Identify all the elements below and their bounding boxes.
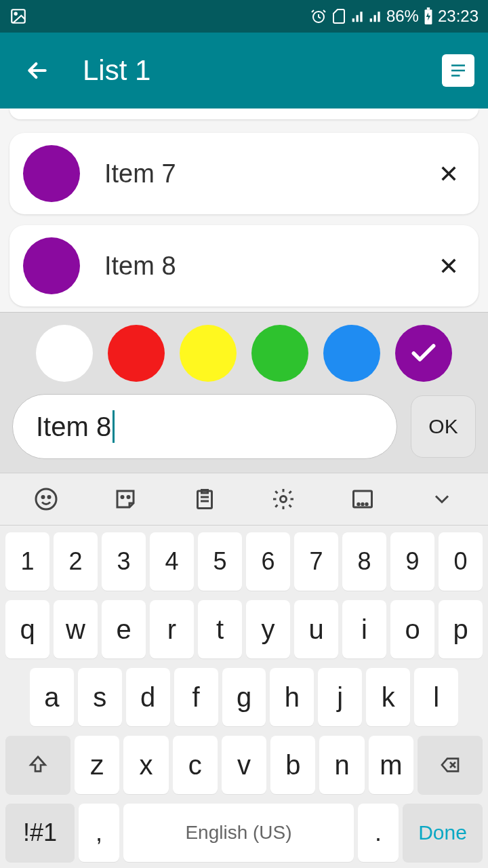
key-d[interactable]: d — [126, 668, 170, 726]
gear-icon[interactable] — [268, 484, 298, 514]
item-color-icon — [23, 145, 80, 202]
key-b[interactable]: b — [270, 736, 315, 794]
key-e[interactable]: e — [102, 600, 146, 658]
ok-button[interactable]: OK — [411, 395, 476, 458]
key-k[interactable]: k — [366, 668, 410, 726]
sd-card-icon — [331, 8, 347, 24]
key-u[interactable]: u — [294, 600, 338, 658]
input-value: Item 8 — [36, 412, 111, 442]
key-space[interactable]: English (US) — [123, 804, 354, 862]
key-1[interactable]: 1 — [5, 532, 49, 591]
key-5[interactable]: 5 — [198, 532, 242, 591]
battery-charging-icon — [423, 7, 434, 25]
key-m[interactable]: m — [369, 736, 413, 794]
signal-icon — [351, 9, 365, 23]
clock-time: 23:23 — [438, 7, 479, 26]
color-swatch-red[interactable] — [108, 325, 165, 382]
back-button[interactable] — [20, 54, 54, 87]
list-item[interactable]: Item 7 — [9, 133, 479, 214]
alarm-icon — [310, 8, 327, 24]
keyboard-layout-icon[interactable] — [348, 484, 378, 514]
key-j[interactable]: j — [318, 668, 362, 726]
key-x[interactable]: x — [123, 736, 168, 794]
key-6[interactable]: 6 — [246, 532, 290, 591]
key-s[interactable]: s — [78, 668, 122, 726]
delete-item-button[interactable] — [435, 252, 462, 279]
svg-point-9 — [127, 496, 129, 498]
item-label: Item 8 — [104, 252, 435, 281]
app-bar: List 1 — [0, 33, 488, 108]
page-title: List 1 — [83, 54, 442, 87]
key-r[interactable]: r — [150, 600, 194, 658]
keyboard-row: a s d f g h j k l — [5, 668, 483, 726]
key-symbols[interactable]: !#1 — [5, 804, 75, 862]
key-0[interactable]: 0 — [439, 532, 483, 591]
color-swatch-white[interactable] — [36, 325, 93, 382]
keyboard-row: q w e r t y u i o p — [5, 600, 483, 658]
picture-icon — [9, 7, 27, 25]
key-t[interactable]: t — [198, 600, 242, 658]
svg-point-8 — [121, 496, 123, 498]
key-shift[interactable] — [5, 736, 70, 794]
color-swatch-purple[interactable] — [395, 325, 452, 382]
key-8[interactable]: 8 — [342, 532, 386, 591]
status-bar: 86% 23:23 — [0, 0, 488, 33]
check-icon — [409, 338, 439, 368]
color-swatch-blue[interactable] — [323, 325, 380, 382]
keyboard-row: z x c v b n m — [5, 736, 483, 794]
key-3[interactable]: 3 — [102, 532, 146, 591]
key-7[interactable]: 7 — [294, 532, 338, 591]
key-f[interactable]: f — [174, 668, 218, 726]
key-done[interactable]: Done — [403, 804, 483, 862]
key-z[interactable]: z — [75, 736, 119, 794]
key-n[interactable]: n — [319, 736, 364, 794]
key-g[interactable]: g — [222, 668, 266, 726]
color-swatch-green[interactable] — [251, 325, 308, 382]
key-9[interactable]: 9 — [390, 532, 434, 591]
item-color-icon — [23, 237, 80, 294]
clipboard-icon[interactable] — [190, 484, 220, 514]
delete-item-button[interactable] — [435, 160, 462, 187]
color-swatch-yellow[interactable] — [180, 325, 237, 382]
key-c[interactable]: c — [173, 736, 218, 794]
signal-icon — [369, 9, 382, 23]
color-picker — [0, 325, 488, 382]
text-caret — [113, 410, 115, 443]
svg-point-11 — [281, 496, 287, 502]
key-4[interactable]: 4 — [150, 532, 194, 591]
item-name-input[interactable]: Item 8 — [12, 394, 397, 459]
key-period[interactable]: . — [358, 804, 399, 862]
emoji-icon[interactable] — [31, 484, 61, 514]
key-a[interactable]: a — [30, 668, 74, 726]
chevron-down-icon[interactable] — [427, 484, 457, 514]
key-l[interactable]: l — [414, 668, 458, 726]
keyboard: 1 2 3 4 5 6 7 8 9 0 q w e r t y u i o p … — [0, 473, 488, 868]
svg-point-6 — [42, 496, 44, 498]
key-2[interactable]: 2 — [54, 532, 98, 591]
key-q[interactable]: q — [5, 600, 49, 658]
key-v[interactable]: v — [222, 736, 266, 794]
sticker-icon[interactable] — [110, 484, 140, 514]
backspace-icon — [436, 754, 464, 776]
svg-point-1 — [15, 13, 17, 15]
key-h[interactable]: h — [270, 668, 314, 726]
list-item[interactable]: Item 8 — [9, 225, 479, 307]
key-o[interactable]: o — [390, 600, 434, 658]
key-y[interactable]: y — [246, 600, 290, 658]
keyboard-row: !#1 , English (US) . Done — [5, 804, 483, 862]
key-w[interactable]: w — [54, 600, 98, 658]
svg-point-14 — [362, 503, 363, 505]
battery-percent: 86% — [386, 7, 419, 26]
shift-icon — [27, 754, 49, 776]
key-p[interactable]: p — [439, 600, 483, 658]
keyboard-row: 1 2 3 4 5 6 7 8 9 0 — [5, 532, 483, 591]
key-backspace[interactable] — [418, 736, 483, 794]
key-i[interactable]: i — [342, 600, 386, 658]
notes-button[interactable] — [442, 54, 474, 87]
svg-rect-4 — [427, 7, 430, 9]
key-comma[interactable]: , — [79, 804, 119, 862]
item-label: Item 7 — [104, 159, 435, 189]
svg-point-15 — [366, 503, 367, 505]
svg-point-13 — [358, 503, 359, 505]
list-item-peek — [9, 108, 479, 119]
